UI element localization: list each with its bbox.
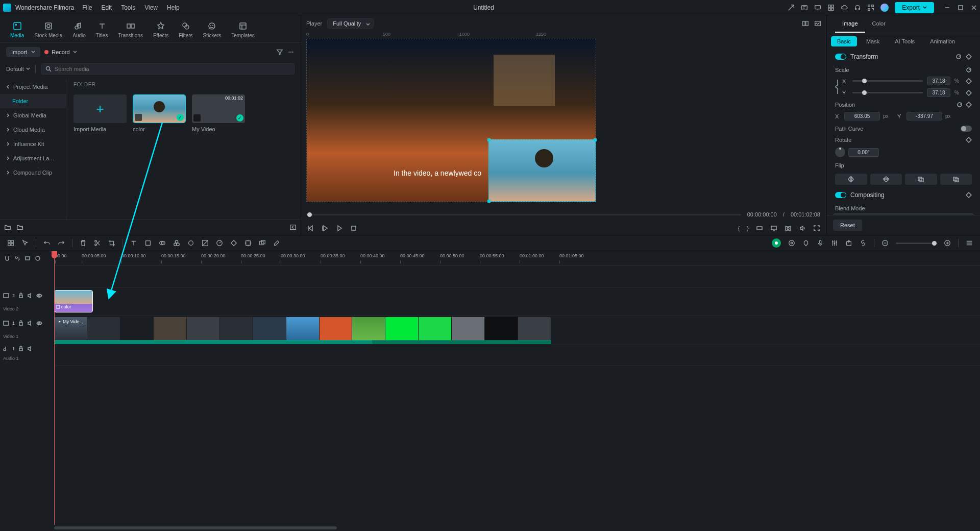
flip-vertical-button[interactable] [870, 174, 902, 185]
library-icon[interactable] [827, 4, 835, 11]
menu-file[interactable]: File [82, 4, 92, 11]
path-curve-toggle[interactable] [961, 126, 972, 132]
scale-x-field[interactable]: 37.18 [927, 77, 950, 85]
visible-icon[interactable] [36, 320, 42, 326]
qr-icon[interactable] [867, 4, 874, 11]
crop-icon[interactable] [108, 239, 115, 247]
menu-view[interactable]: View [144, 4, 158, 11]
scrub-bar[interactable] [307, 214, 741, 215]
tab-transitions[interactable]: Transitions [113, 19, 148, 42]
tl-view-icon[interactable] [966, 239, 973, 247]
send-icon[interactable] [788, 4, 795, 11]
prev-frame-icon[interactable] [307, 225, 314, 232]
subtab-animation[interactable]: Animation [924, 36, 961, 46]
tl-keyframe-icon[interactable] [230, 239, 237, 247]
tl-mixer-icon[interactable] [831, 239, 838, 247]
tl-color-icon[interactable] [187, 239, 194, 247]
tab-effects[interactable]: Effects [148, 19, 174, 42]
delete-icon[interactable] [80, 239, 87, 247]
flip-copy2-button[interactable] [940, 174, 972, 185]
split-icon[interactable] [94, 239, 101, 247]
magnet-icon[interactable] [24, 255, 31, 261]
menu-tools[interactable]: Tools [121, 4, 135, 11]
pos-y-field[interactable]: -337.97 [906, 112, 942, 120]
tl-speed-icon[interactable] [216, 239, 223, 247]
sidebar-item-project-media[interactable]: Project Media [0, 80, 66, 94]
quality-dropdown[interactable]: Full Quality [327, 18, 374, 29]
zoom-in-icon[interactable] [944, 239, 951, 247]
rotate-dial[interactable] [835, 147, 845, 157]
screen-icon[interactable] [770, 225, 777, 232]
zoom-slider[interactable] [896, 243, 937, 244]
link-axes-icon[interactable] [834, 78, 840, 96]
scale-x-slider[interactable] [852, 80, 923, 82]
text-tool-icon[interactable] [130, 239, 137, 247]
sidebar-item-compound-clip[interactable]: Compound Clip [0, 165, 66, 180]
tl-group-icon[interactable] [259, 239, 266, 247]
user-avatar[interactable] [880, 4, 889, 12]
zoom-out-icon[interactable] [881, 239, 889, 247]
timeline-scrollbar[interactable] [54, 525, 980, 531]
auto-icon[interactable] [35, 255, 41, 261]
sidebar-item-global-media[interactable]: Global Media [0, 108, 66, 123]
keyframe-icon[interactable] [966, 192, 972, 198]
tl-pointer-icon[interactable] [21, 239, 29, 247]
pos-x-field[interactable]: 603.05 [844, 112, 880, 120]
clip-main-video[interactable] [54, 317, 551, 341]
media-item-my-video[interactable]: 00:01:02✓ My Video [192, 94, 245, 132]
tab-media[interactable]: Media [5, 19, 29, 42]
lock-icon[interactable] [18, 320, 24, 326]
player-viewport[interactable]: In the video, a newlywed co [306, 39, 596, 202]
tab-stock-media[interactable]: Stock Media [29, 19, 67, 42]
playhead[interactable] [54, 251, 55, 525]
tl-crop-icon[interactable] [144, 239, 152, 247]
pip-selected-clip[interactable] [488, 139, 596, 202]
snapshot-preview-icon[interactable] [814, 20, 821, 27]
ai-badge-icon[interactable] [772, 238, 781, 248]
sidebar-item-folder[interactable]: Folder [0, 94, 66, 108]
keyframe-icon[interactable] [966, 102, 972, 108]
compare-icon[interactable] [802, 20, 809, 27]
scale-y-field[interactable]: 37.18 [927, 88, 950, 97]
sidebar-item-influence-kit[interactable]: Influence Kit [0, 137, 66, 151]
tab-titles[interactable]: Titles [91, 19, 113, 42]
sort-dropdown[interactable]: Default [6, 66, 30, 72]
snap-icon[interactable] [4, 255, 10, 261]
transform-toggle[interactable] [835, 54, 846, 60]
play-icon[interactable] [336, 225, 343, 232]
redo-icon[interactable] [58, 239, 65, 247]
sidebar-item-adjustment-layer[interactable]: Adjustment La... [0, 151, 66, 165]
reset-icon[interactable] [957, 102, 963, 108]
tab-templates[interactable]: Templates [226, 19, 260, 42]
track-header-video1[interactable]: 1 Video 1 [0, 316, 54, 343]
tab-image[interactable]: Image [835, 15, 865, 33]
tl-effects-icon[interactable] [173, 239, 180, 247]
flip-horizontal-button[interactable] [835, 174, 867, 185]
subtab-ai-tools[interactable]: AI Tools [889, 36, 921, 46]
keyframe-icon[interactable] [966, 78, 972, 84]
more-icon[interactable] [287, 49, 295, 56]
scale-y-slider[interactable] [852, 92, 923, 93]
keyframe-icon[interactable] [966, 137, 972, 143]
reset-icon[interactable] [955, 54, 962, 60]
tl-mask-icon[interactable] [159, 239, 166, 247]
compositing-toggle[interactable] [835, 192, 846, 198]
sidebar-item-cloud-media[interactable]: Cloud Media [0, 123, 66, 137]
volume-icon[interactable] [799, 225, 806, 232]
minimize-icon[interactable] [944, 5, 950, 11]
lock-icon[interactable] [18, 346, 24, 352]
tab-color[interactable]: Color [865, 15, 893, 33]
tab-stickers[interactable]: Stickers [198, 19, 227, 42]
menu-edit[interactable]: Edit [102, 4, 112, 11]
export-button[interactable]: Export [895, 2, 934, 13]
media-item-color[interactable]: ✓ color [133, 94, 186, 132]
mute-icon[interactable] [27, 320, 33, 326]
timeline-ruler[interactable]: 00:00 00:00:05:00 00:00:10:00 00:00:15:0… [54, 251, 980, 266]
link-icon[interactable] [14, 255, 20, 261]
clip-pip-color[interactable]: color [54, 290, 93, 312]
new-bin-icon[interactable] [16, 224, 23, 231]
mark-in-icon[interactable]: { [738, 225, 740, 231]
tl-tracking-icon[interactable] [244, 239, 252, 247]
menu-help[interactable]: Help [167, 4, 180, 11]
tl-adjust-icon[interactable] [202, 239, 209, 247]
